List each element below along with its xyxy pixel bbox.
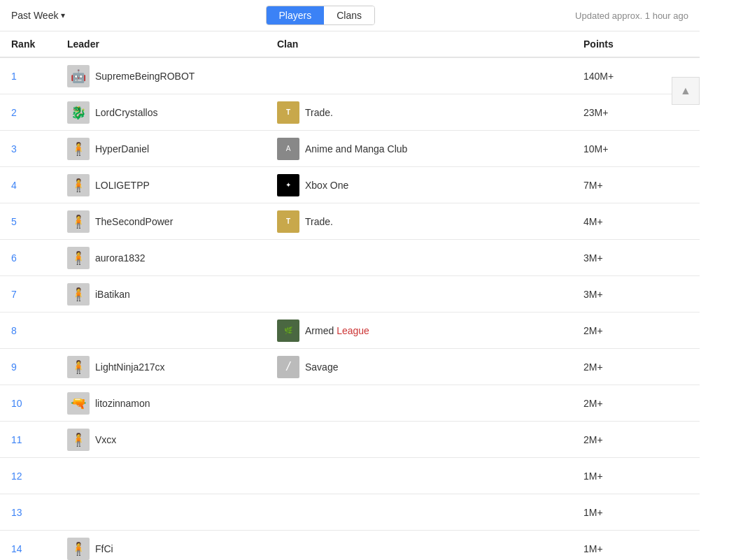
player-avatar: 🧍 (67, 283, 90, 306)
table-row: 121M+ (0, 458, 700, 494)
rank-cell: 9 (11, 361, 67, 373)
col-rank: Rank (11, 38, 67, 50)
period-selector[interactable]: Past Week ▾ (11, 10, 65, 21)
player-name: HyperDaniel (95, 143, 149, 155)
clan-icon: A (277, 138, 299, 160)
leader-cell: 🧍Vxcx (67, 429, 277, 451)
points-cell: 2M+ (583, 361, 688, 373)
player-name: LOLIGETPP (95, 180, 150, 191)
leader-cell: 🧍TheSecondPower (67, 210, 277, 233)
clan-name: Anime and Manga Club (305, 143, 407, 155)
scroll-up-button[interactable]: ▲ (672, 77, 700, 105)
player-name: LordCrystallos (95, 107, 157, 118)
points-cell: 1M+ (583, 507, 688, 518)
table-row: 8🌿Armed League2M+ (0, 313, 700, 349)
rank-cell: 3 (11, 143, 67, 155)
table-row: 131M+ (0, 494, 700, 531)
points-cell: 4M+ (583, 216, 688, 227)
tab-players[interactable]: Players (267, 6, 325, 24)
leader-cell: 🧍LightNinja217cx (67, 356, 277, 378)
player-name: Vxcx (95, 434, 116, 445)
leader-cell: 🔫litozinnamon (67, 392, 277, 415)
clan-cell: AAnime and Manga Club (277, 138, 583, 160)
table-row: 11🧍Vxcx2M+ (0, 422, 700, 458)
rank-cell: 6 (11, 252, 67, 264)
player-avatar: 🧍 (67, 138, 90, 160)
player-name: SupremeBeingROBOT (95, 71, 194, 82)
player-name: aurora1832 (95, 252, 146, 264)
player-name: LightNinja217cx (95, 361, 165, 373)
points-cell: 1M+ (583, 471, 688, 482)
leader-cell: 🧍aurora1832 (67, 247, 277, 269)
points-cell: 3M+ (583, 252, 688, 264)
clan-icon: 🌿 (277, 320, 299, 342)
clan-cell: ✦Xbox One (277, 174, 583, 196)
clan-icon: ✦ (277, 174, 299, 196)
points-cell: 2M+ (583, 434, 688, 445)
player-name: litozinnamon (95, 398, 150, 409)
leader-cell: 🧍iBatikan (67, 283, 277, 306)
tab-clans[interactable]: Clans (324, 6, 374, 24)
clan-name: Trade. (305, 107, 333, 118)
points-cell: 2M+ (583, 325, 688, 336)
rank-cell: 2 (11, 107, 67, 118)
table-header: Rank Leader Clan Points (0, 31, 700, 58)
clan-cell: /Savage (277, 356, 583, 378)
rank-cell: 7 (11, 289, 67, 300)
player-avatar: 🧍 (67, 429, 90, 451)
player-avatar: 🧍 (67, 174, 90, 196)
leader-cell: 🧍FfCi (67, 538, 277, 560)
leader-cell: 🧍LOLIGETPP (67, 174, 277, 196)
table-row: 14🧍FfCi1M+ (0, 531, 700, 560)
player-name: FfCi (95, 543, 113, 554)
points-cell: 7M+ (583, 180, 688, 191)
player-avatar: 🧍 (67, 247, 90, 269)
rank-cell: 11 (11, 434, 67, 445)
rank-cell: 10 (11, 398, 67, 409)
rank-cell: 12 (11, 471, 67, 482)
player-name: iBatikan (95, 289, 130, 300)
player-name: TheSecondPower (95, 216, 173, 227)
clan-icon: T (277, 210, 299, 233)
rank-cell: 5 (11, 216, 67, 227)
period-label: Past Week (11, 10, 58, 21)
leader-cell: 🐉LordCrystallos (67, 101, 277, 124)
player-avatar: 🔫 (67, 392, 90, 415)
points-cell: 2M+ (583, 398, 688, 409)
rank-cell: 1 (11, 71, 67, 82)
clan-icon: / (277, 356, 299, 378)
leader-cell: 🧍HyperDaniel (67, 138, 277, 160)
points-cell: 23M+ (583, 107, 688, 118)
player-avatar: 🧍 (67, 538, 90, 560)
clan-cell: TTrade. (277, 101, 583, 124)
rank-cell: 14 (11, 543, 67, 554)
col-points: Points (583, 38, 688, 50)
clan-cell: TTrade. (277, 210, 583, 233)
table-row: 6🧍aurora18323M+ (0, 240, 700, 276)
rank-cell: 13 (11, 507, 67, 518)
table-row: 10🔫litozinnamon2M+ (0, 385, 700, 422)
points-cell: 1M+ (583, 543, 688, 554)
tab-group: Players Clans (266, 6, 375, 25)
clan-name: Armed League (305, 325, 369, 336)
clan-icon: T (277, 101, 299, 124)
table-row: 4🧍LOLIGETPP✦Xbox One7M+ (0, 167, 700, 203)
header-left: Past Week ▾ (11, 10, 65, 21)
clan-cell: 🌿Armed League (277, 320, 583, 342)
col-leader: Leader (67, 38, 277, 50)
player-avatar: 🧍 (67, 356, 90, 378)
clan-name: Xbox One (305, 180, 348, 191)
table-row: 7🧍iBatikan3M+ (0, 276, 700, 313)
player-avatar: 🧍 (67, 210, 90, 233)
table-row: 2🐉LordCrystallosTTrade.23M+ (0, 94, 700, 131)
table-row: 1🤖SupremeBeingROBOT140M+ (0, 58, 700, 94)
leader-cell: 🤖SupremeBeingROBOT (67, 65, 277, 87)
header-bar: Past Week ▾ Players Clans Updated approx… (0, 0, 700, 31)
col-clan: Clan (277, 38, 583, 50)
table-row: 3🧍HyperDanielAAnime and Manga Club10M+ (0, 131, 700, 167)
table-row: 5🧍TheSecondPowerTTrade.4M+ (0, 203, 700, 240)
player-avatar: 🤖 (67, 65, 90, 87)
rank-cell: 8 (11, 325, 67, 336)
clan-name: Savage (305, 361, 338, 373)
table-body: 1🤖SupremeBeingROBOT140M+2🐉LordCrystallos… (0, 58, 700, 560)
